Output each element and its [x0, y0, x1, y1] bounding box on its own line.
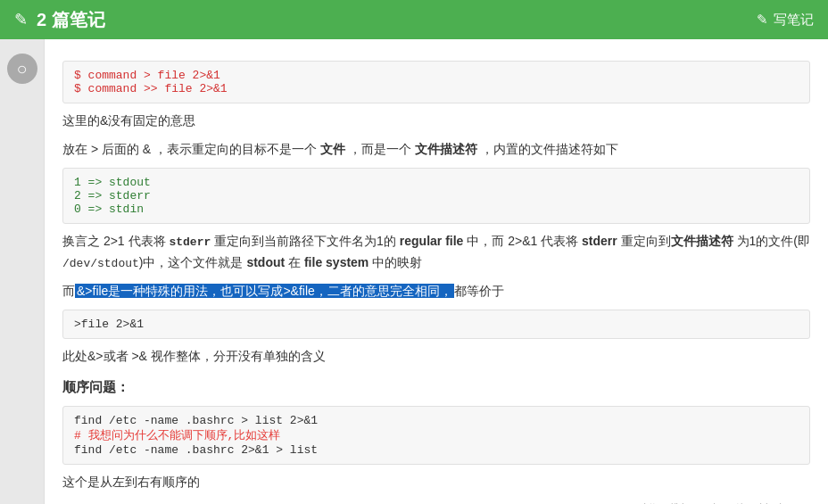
stdout-text: stdout	[246, 255, 285, 269]
para-4: 而&>file是一种特殊的用法，也可以写成>&file，二者的意思完全相同，都等…	[62, 281, 810, 302]
para-5: 此处&>或者 >& 视作整体，分开没有单独的含义	[62, 346, 810, 368]
write-note-button[interactable]: ✎ 写笔记	[757, 12, 814, 29]
regular-file-text: regular file	[400, 234, 464, 248]
code-order-3: find /etc -name .bashrc 2>&1 > list	[74, 443, 799, 457]
section-order: 顺序问题：	[62, 376, 810, 399]
page-wrapper: ✎ 2 篇笔记 ✎ 写笔记 ○ $ command > file 2>&1	[0, 0, 828, 504]
avatar: ○	[7, 54, 37, 84]
para-6: 这个是从左到右有顺序的	[62, 472, 810, 493]
para-3: 换言之 2>1 代表将 stderr 重定向到当前路径下文件名为1的 regul…	[62, 231, 810, 274]
code-line-2: $ command >> file 2>&1	[74, 82, 799, 95]
code-cmd-1: $ command > file 2>&1	[74, 69, 220, 82]
header-left: ✎ 2 篇笔记	[14, 8, 105, 32]
bold-file: 文件	[320, 142, 345, 156]
filedesc-text: 文件描述符	[671, 234, 733, 248]
code-line-1: $ command > file 2>&1	[74, 69, 799, 82]
header-edit-icon: ✎	[14, 10, 28, 29]
write-note-icon: ✎	[757, 12, 768, 28]
content-wrapper: $ command > file 2>&1 $ command >> file …	[62, 61, 810, 504]
stderr-text-2: stderr	[582, 234, 617, 248]
para-2: 放在 > 后面的 & ，表示重定向的目标不是一个 文件 ，而是一个 文件描述符 …	[62, 139, 810, 161]
para-1: 这里的&没有固定的意思	[62, 111, 810, 132]
code-block-2: >file 2>&1	[62, 310, 810, 339]
code-line-3: >file 2>&1	[74, 318, 799, 331]
code-order-comment: # 我想问为什么不能调下顺序,比如这样	[74, 427, 799, 443]
desc-line-2: 2 => stderr	[74, 189, 799, 202]
desc-line-3: 0 => stdin	[74, 202, 799, 216]
code-cmd-2: $ command >> file 2>&1	[74, 82, 228, 95]
desc-table: 1 => stdout 2 => stderr 0 => stdin	[62, 168, 810, 224]
stderr-text: stderr	[169, 235, 211, 249]
dev-stdout: /dev/stdout	[62, 257, 139, 270]
header: ✎ 2 篇笔记 ✎ 写笔记	[0, 0, 828, 39]
filesystem-text: file system	[304, 255, 368, 269]
header-title: 2 篇笔记	[37, 8, 105, 32]
highlight-ampfile: &>file是一种特殊的用法，也可以写成>&file，二者的意思完全相同，	[75, 284, 454, 298]
code-block-3: find /etc -name .bashrc > list 2>&1 # 我想…	[62, 406, 810, 465]
content-area: ○ $ command > file 2>&1 $ command >> fil…	[0, 39, 828, 504]
desc-line-1: 1 => stdout	[74, 176, 799, 189]
code-order-1: find /etc -name .bashrc > list 2>&1	[74, 414, 799, 427]
write-note-label: 写笔记	[774, 12, 814, 29]
bold-filedesc: 文件描述符	[415, 142, 477, 156]
main-content: $ command > file 2>&1 $ command >> file …	[45, 39, 828, 504]
code-block-1: $ command > file 2>&1 $ command >> file …	[62, 61, 810, 103]
avatar-icon: ○	[16, 59, 27, 79]
sidebar: ○	[0, 39, 45, 504]
